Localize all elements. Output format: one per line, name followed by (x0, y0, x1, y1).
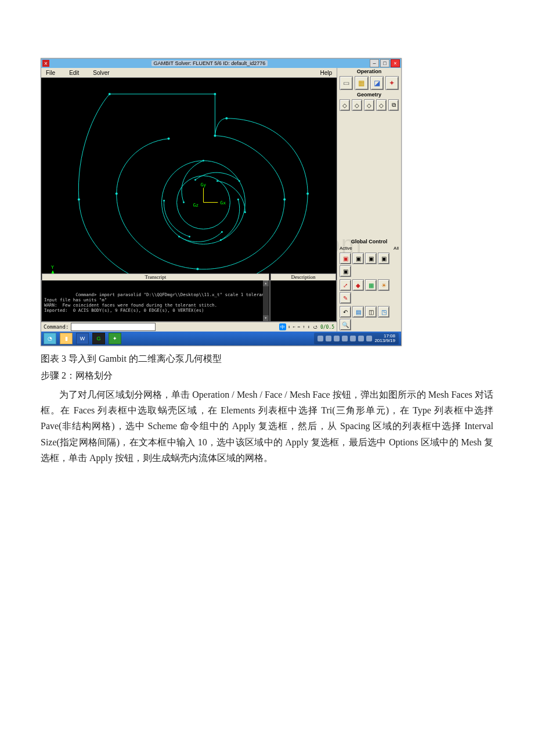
tray-icon[interactable] (326, 336, 331, 341)
svg-point-22 (217, 180, 218, 182)
svg-point-20 (183, 201, 185, 203)
ime-indicator[interactable]: 中 (279, 323, 286, 330)
command-input[interactable] (71, 323, 156, 331)
transcript-text: Command> import parasolid "D:\\QQFDmgr\\… (44, 292, 267, 313)
svg-point-4 (214, 135, 216, 137)
gc-layers-button[interactable]: ▤ (352, 306, 364, 318)
geom-face-button[interactable]: ◇ (364, 99, 374, 111)
op-geometry-button[interactable]: ▭ (340, 76, 353, 90)
svg-point-24 (221, 231, 223, 233)
geometry-title: Geometry (337, 91, 401, 98)
right-sidebar: Operation ▭ ▦ ◪ ✦ Geometry ◇ ◇ ◇ ◇ ⧉ (337, 68, 401, 332)
all-label: All (394, 246, 399, 251)
svg-point-12 (168, 138, 170, 140)
window-title: GAMBIT Solver: FLUENT 5/6 ID: default_id… (151, 60, 268, 66)
figure-caption: 图表 3 导入到 Gambit 的二维离心泵几何模型 (41, 353, 493, 365)
gc-view4-button[interactable]: ▣ (378, 253, 389, 264)
gc-view1-button[interactable]: ▣ (340, 253, 351, 264)
description-panel: Description (270, 280, 337, 322)
svg-point-8 (225, 117, 228, 120)
svg-point-23 (237, 199, 239, 200)
app-window: × GAMBIT Solver: FLUENT 5/6 ID: default_… (41, 58, 402, 346)
taskbar-app1[interactable]: ◔ (44, 333, 56, 344)
menu-file[interactable]: File (46, 70, 55, 76)
axis-gy-label: Gy (200, 182, 206, 188)
tray-icon[interactable] (366, 336, 372, 341)
svg-point-19 (163, 200, 165, 201)
taskbar: ◔ ▮ W G ✦ 17:08 2013/9/19 (41, 332, 401, 345)
close-button[interactable]: × (391, 59, 400, 67)
menu-edit[interactable]: Edit (69, 70, 79, 76)
svg-point-21 (194, 179, 196, 181)
nav-arrows-icon[interactable]: ↕ ← ↔ ↑ ↕ (288, 323, 310, 330)
gc-select-button[interactable]: ◆ (352, 279, 364, 291)
axis-y-label: Y (51, 265, 54, 270)
op-mesh-button[interactable]: ▦ (355, 76, 368, 90)
gc-view2-button[interactable]: ▣ (352, 253, 364, 264)
scroll-down-icon[interactable]: ▾ (263, 315, 269, 321)
command-bar: Command: 中 ↕ ← ↔ ↑ ↕ ⭯ 0/0.5 (41, 322, 337, 332)
transcript-title: Transcript (42, 273, 269, 280)
maximize-button[interactable]: □ (380, 59, 389, 67)
gc-fit-button[interactable]: ⤢ (340, 279, 351, 291)
op-tools-button[interactable]: ✦ (385, 76, 399, 90)
geom-vertex-button[interactable]: ◇ (340, 99, 350, 111)
svg-point-17 (220, 239, 222, 241)
taskbar-app5[interactable]: ✦ (109, 333, 121, 344)
svg-point-7 (306, 193, 309, 195)
tray-icon[interactable] (358, 336, 364, 341)
gc-annotate-button[interactable]: ✎ (340, 292, 351, 304)
svg-point-2 (109, 93, 111, 95)
taskbar-date: 2013/9/19 (374, 339, 395, 343)
taskbar-word[interactable]: W (76, 333, 89, 344)
transcript-panel: Transcript Command> import parasolid "D:… (41, 280, 270, 322)
tray-icon[interactable] (350, 336, 356, 341)
tray-icon[interactable] (334, 336, 340, 341)
gc-examine-button[interactable]: 🔍 (340, 319, 351, 330)
geom-group-button[interactable]: ⧉ (388, 99, 399, 111)
svg-point-3 (214, 93, 216, 95)
minimize-button[interactable]: – (370, 59, 379, 67)
scale-indicator: 0/0.5 (320, 323, 334, 330)
svg-point-9 (283, 199, 286, 201)
body-paragraph: 为了对几何区域划分网格，单击 Operation / Mesh / Face /… (41, 387, 493, 466)
axis-gz-label: Gz (193, 203, 199, 208)
gc-light-button[interactable]: ☀ (378, 279, 389, 291)
axis-gx-label: Gx (220, 200, 226, 206)
svg-point-16 (244, 211, 246, 213)
gc-render-button[interactable]: ◳ (378, 306, 389, 318)
description-title: Description (270, 273, 336, 280)
gc-undo-button[interactable]: ↶ (340, 306, 351, 318)
command-label: Command: (44, 324, 68, 330)
tray-icon[interactable] (317, 336, 323, 341)
svg-point-0 (162, 161, 246, 244)
scroll-up-icon[interactable]: ▴ (263, 280, 269, 286)
step-heading: 步骤 2：网格划分 (41, 370, 493, 382)
op-zones-button[interactable]: ◪ (370, 76, 384, 90)
gc-grid-button[interactable]: ▦ (365, 279, 377, 291)
tray-icon[interactable] (342, 336, 348, 341)
title-bar: × GAMBIT Solver: FLUENT 5/6 ID: default_… (41, 59, 401, 68)
svg-point-10 (196, 268, 199, 270)
svg-point-25 (189, 236, 190, 237)
gc-viewall-button[interactable]: ▣ (340, 265, 351, 277)
taskbar-clock[interactable]: 17:08 2013/9/19 (374, 334, 395, 343)
taskbar-folder[interactable]: ▮ (60, 333, 73, 344)
svg-point-18 (178, 236, 180, 237)
menu-help[interactable]: Help (320, 70, 332, 76)
app-close-icon[interactable]: × (42, 60, 49, 67)
operation-title: Operation (337, 68, 401, 75)
svg-point-14 (203, 160, 204, 161)
taskbar-gambit[interactable]: G (92, 333, 105, 344)
gc-orient-button[interactable]: ◫ (365, 306, 377, 318)
menu-solver[interactable]: Solver (93, 70, 109, 76)
svg-point-15 (239, 180, 240, 182)
gc-view3-button[interactable]: ▣ (365, 253, 377, 264)
svg-point-11 (116, 193, 118, 195)
global-control-title: Global Control (337, 238, 401, 245)
geom-edge-button[interactable]: ◇ (352, 99, 362, 111)
model-viewport[interactable]: Gx Gy Gz Y X (41, 78, 337, 280)
geom-volume-button[interactable]: ◇ (376, 99, 387, 111)
svg-point-5 (78, 199, 80, 201)
orbit-icon[interactable]: ⭯ (312, 323, 319, 330)
